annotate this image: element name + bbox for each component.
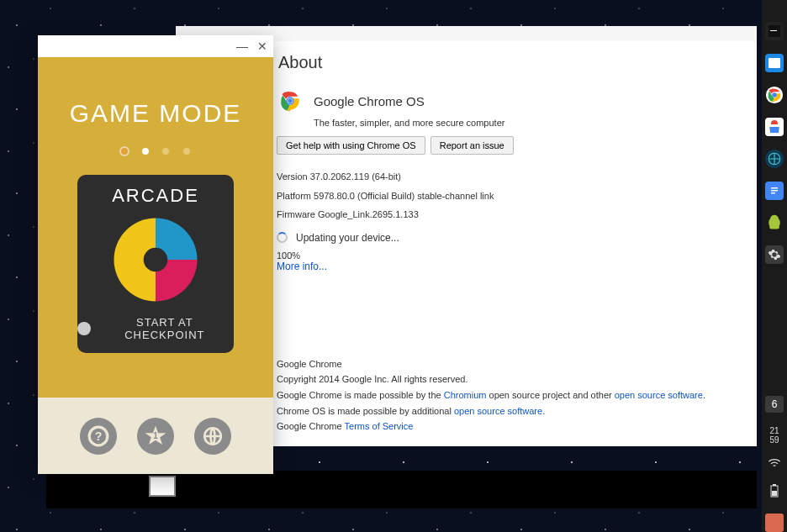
help-button[interactable]: Get help with using Chrome OS <box>277 136 425 155</box>
dot-4[interactable] <box>183 148 190 155</box>
page-title: About <box>278 53 740 72</box>
game-mode-title: GAME MODE <box>38 99 273 128</box>
svg-point-14 <box>772 92 777 97</box>
webstore-app-icon[interactable] <box>765 118 784 136</box>
android-app-icon[interactable] <box>765 213 784 232</box>
dot-1[interactable] <box>121 148 128 155</box>
spinner-icon <box>277 232 288 243</box>
report-issue-button[interactable]: Report an issue <box>430 136 514 155</box>
update-percent: 100% <box>277 250 740 261</box>
files-app-icon[interactable] <box>765 54 784 72</box>
arcade-label: ARCADE <box>77 185 234 207</box>
svg-text:?: ? <box>95 429 103 443</box>
window-thumbnail-bar <box>46 471 757 508</box>
notification-count-badge[interactable]: 6 <box>765 396 784 413</box>
svg-rect-22 <box>773 484 776 486</box>
svg-rect-19 <box>771 190 778 192</box>
svg-rect-11 <box>770 30 777 31</box>
minimize-button[interactable]: — <box>236 40 248 52</box>
svg-point-5 <box>144 248 168 272</box>
firmware-text: Firmware Google_Link.2695.1.133 <box>277 208 740 222</box>
user-avatar[interactable] <box>765 514 784 532</box>
close-button[interactable]: ✕ <box>256 40 268 52</box>
system-dock: 6 21 59 <box>762 0 787 532</box>
version-text: Version 37.0.2062.119 (64-bit) <box>277 170 740 184</box>
about-footer: Google Chrome Copyright 2014 Google Inc.… <box>277 356 740 435</box>
chromium-link[interactable]: Chromium <box>444 390 487 400</box>
oss-link-2[interactable]: open source software <box>454 406 542 416</box>
terminal-app-icon[interactable] <box>765 22 784 40</box>
product-name: Google Chrome OS <box>314 94 425 108</box>
clock[interactable]: 21 59 <box>769 426 779 445</box>
more-info-link[interactable]: More info... <box>277 261 740 272</box>
tos-link[interactable]: Terms of Service <box>345 421 414 431</box>
oss-link-1[interactable]: open source software <box>615 390 703 400</box>
color-wheel-icon <box>109 213 202 306</box>
star-circle-button[interactable]: 1 <box>137 418 174 455</box>
game-titlebar: — ✕ <box>38 35 273 57</box>
chrome-icon <box>277 87 304 114</box>
dot-3[interactable] <box>162 148 169 155</box>
svg-rect-12 <box>769 58 780 68</box>
checkpoint-dot-icon <box>77 322 91 335</box>
svg-rect-23 <box>772 491 777 496</box>
docs-app-icon[interactable] <box>765 182 784 200</box>
game-window: — ✕ GAME MODE ARCADE <box>38 35 273 474</box>
globe-circle-button[interactable] <box>194 418 231 455</box>
globe-app-icon[interactable] <box>765 150 784 168</box>
copyright-text: Copyright 2014 Google Inc. All rights re… <box>277 371 740 387</box>
wifi-icon[interactable] <box>768 458 781 471</box>
dot-2[interactable] <box>142 148 149 155</box>
page-dots <box>38 143 273 158</box>
start-checkpoint-button[interactable]: START AT CHECKPOINT <box>77 316 234 341</box>
svg-rect-20 <box>771 192 775 194</box>
arcade-card[interactable]: ARCADE START AT CHECKPOINT <box>77 175 234 353</box>
chrome-app-icon[interactable] <box>765 86 784 104</box>
product-tagline: The faster, simpler, and more secure com… <box>314 118 740 128</box>
window-thumbnail[interactable] <box>149 476 176 497</box>
help-circle-button[interactable]: ? <box>80 418 117 455</box>
svg-point-3 <box>288 98 292 103</box>
update-status: Updating your device... <box>296 232 399 244</box>
svg-rect-15 <box>769 124 779 127</box>
platform-text: Platform 5978.80.0 (Official Build) stab… <box>277 189 740 203</box>
battery-icon[interactable] <box>770 484 779 500</box>
settings-app-icon[interactable] <box>765 245 784 264</box>
svg-text:1: 1 <box>153 431 158 440</box>
footer-product: Google Chrome <box>277 356 740 372</box>
svg-rect-18 <box>771 187 778 189</box>
